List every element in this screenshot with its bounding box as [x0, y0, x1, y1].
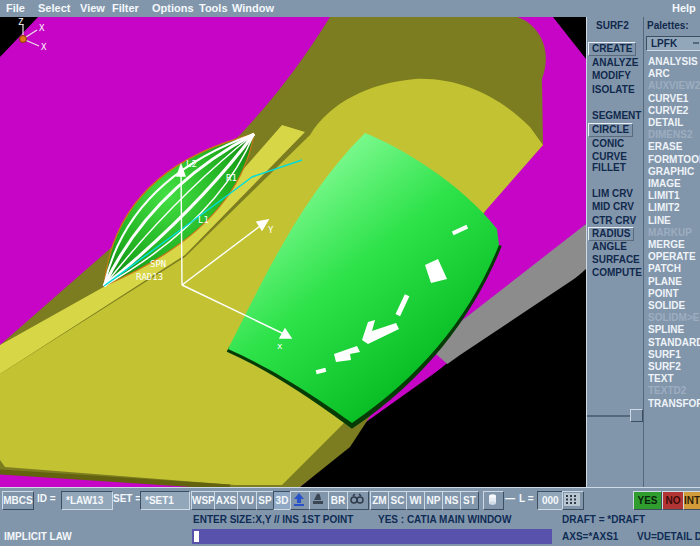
palette-resize-handle[interactable]	[630, 409, 643, 422]
palette-item[interactable]: TRANSFOR	[648, 398, 700, 410]
palette-item[interactable]: TEXT	[648, 373, 700, 385]
palette-item[interactable]: PATCH	[648, 263, 700, 275]
palette-item[interactable]: MARKUP	[648, 227, 700, 239]
palette-item[interactable]: CURVE1	[648, 93, 700, 105]
binoculars-icon[interactable]	[347, 491, 369, 510]
bottom-toolbar: MBCS ID = *LAW13 SET = *SET1 WSP AXS VU …	[0, 487, 700, 514]
surf2-item-angle[interactable]: ANGLE	[592, 241, 627, 253]
palette-item[interactable]: POINT	[648, 288, 700, 300]
label-r1: R1	[226, 173, 237, 183]
palette-item[interactable]: SURF2	[648, 361, 700, 373]
yes-button[interactable]: YES	[633, 491, 662, 510]
surf2-item-ctr-crv[interactable]: CTR CRV	[592, 215, 636, 227]
menu-file[interactable]: File	[6, 2, 25, 14]
mbcs-button[interactable]: MBCS	[2, 491, 34, 510]
label-rad13: RAD13	[136, 272, 163, 282]
no-button[interactable]: NO	[662, 491, 684, 510]
palette-item[interactable]: DIMENS2	[648, 129, 700, 141]
wsp-button[interactable]: WSP	[191, 491, 215, 510]
menu-select[interactable]: Select	[38, 2, 70, 14]
zm-button[interactable]: ZM	[370, 491, 389, 510]
prompt-row: ENTER SIZE:X,Y // INS 1ST POINT YES : CA…	[0, 513, 700, 527]
surf2-item-circle[interactable]: CIRCLE	[588, 123, 633, 137]
palette-item[interactable]: SOLIDE	[648, 300, 700, 312]
sc-button[interactable]: SC	[388, 491, 407, 510]
catia-window: File Select View Filter Options Tools Wi…	[0, 0, 700, 546]
command-row: IMPLICIT LAW AXS=*AXS1 VU=DETAIL D	[0, 527, 700, 546]
np-button[interactable]: NP	[424, 491, 443, 510]
palette-item[interactable]: ARC	[648, 68, 700, 80]
menu-filter[interactable]: Filter	[112, 2, 139, 14]
axis-x-label: x	[277, 341, 283, 351]
palette-list: ANALYSIS ARC AUXVIEW2 CURVE1 CURVE2 DETA…	[648, 56, 700, 410]
br-button[interactable]: BR	[328, 491, 348, 510]
surf2-item-create[interactable]: CREATE	[588, 42, 636, 56]
svg-text:Z: Z	[18, 17, 24, 27]
palette-item[interactable]: STANDARD	[648, 337, 700, 349]
label-l2: L2	[186, 159, 197, 169]
set-field[interactable]: *SET1	[140, 491, 190, 510]
palette-item[interactable]: ANALYSIS	[648, 56, 700, 68]
3d-button[interactable]: 3D	[273, 491, 291, 510]
panel-divider	[643, 17, 644, 487]
prompt-text: ENTER SIZE:X,Y // INS 1ST POINT	[193, 514, 353, 525]
menu-tools[interactable]: Tools	[199, 2, 228, 14]
int-button[interactable]: INT	[683, 491, 700, 510]
set-label: SET =	[113, 493, 141, 504]
command-input[interactable]	[192, 529, 552, 544]
surf2-item-surface[interactable]: SURFACE	[592, 254, 640, 266]
surf2-item-analyze[interactable]: ANALYZE	[592, 57, 638, 69]
surf2-item-segment[interactable]: SEGMENT	[592, 110, 641, 122]
keypad-icon[interactable]	[562, 491, 584, 510]
surf2-item-modify[interactable]: MODIFY	[592, 70, 631, 82]
menu-window[interactable]: Window	[232, 2, 274, 14]
palette-item[interactable]: AUXVIEW2	[648, 80, 700, 92]
palette-item[interactable]: SOLIDM>E	[648, 312, 700, 324]
surf2-item-mid-crv[interactable]: MID CRV	[592, 201, 634, 213]
menu-view[interactable]: View	[80, 2, 105, 14]
palette-item[interactable]: FORMTOOL	[648, 154, 700, 166]
minus-separator: —	[505, 493, 515, 504]
l-label: L =	[519, 493, 534, 504]
palette-item[interactable]: LIMIT2	[648, 202, 700, 214]
ns-button[interactable]: NS	[442, 491, 461, 510]
palette-item[interactable]: OPERATE	[648, 251, 700, 263]
axs-button[interactable]: AXS	[214, 491, 238, 510]
wi-button[interactable]: WI	[406, 491, 425, 510]
side-panel: SURF2 CREATE ANALYZE MODIFY ISOLATE SEGM…	[586, 17, 700, 487]
id-field[interactable]: *LAW13	[61, 491, 113, 510]
surf2-item-compute[interactable]: COMPUTE	[592, 267, 642, 279]
vu-button[interactable]: VU	[237, 491, 257, 510]
surf2-item-lim-crv[interactable]: LIM CRV	[592, 188, 633, 200]
l-field[interactable]: 000	[537, 491, 563, 510]
menu-bar: File Select View Filter Options Tools Wi…	[0, 0, 700, 18]
palette-item[interactable]: LINE	[648, 215, 700, 227]
surf2-item-fillet[interactable]: FILLET	[592, 162, 626, 174]
palette-item[interactable]: DETAIL	[648, 117, 700, 129]
surf2-item-isolate[interactable]: ISOLATE	[592, 84, 635, 96]
palette-item[interactable]: TEXTD2	[648, 385, 700, 397]
st-button[interactable]: ST	[460, 491, 479, 510]
palette-item[interactable]: SURF1	[648, 349, 700, 361]
menu-help[interactable]: Help	[672, 2, 696, 14]
palette-item[interactable]: IMAGE	[648, 178, 700, 190]
dropdown-dash-icon	[693, 42, 699, 44]
palette-selector[interactable]: LPFK	[646, 36, 700, 51]
axs-status: AXS=*AXS1	[562, 531, 618, 542]
surf2-item-radius[interactable]: RADIUS	[588, 227, 634, 241]
cylinder-icon[interactable]	[483, 491, 504, 510]
palette-item[interactable]: SPLINE	[648, 324, 700, 336]
palette-item[interactable]: GRAPHIC	[648, 166, 700, 178]
exit-icon[interactable]	[290, 491, 310, 510]
viewport-canvas[interactable]: Y x L2 R1 L1 SPN RAD13 Z X X	[0, 17, 586, 487]
palette-item[interactable]: CURVE2	[648, 105, 700, 117]
sp-button[interactable]: SP	[256, 491, 274, 510]
menu-options[interactable]: Options	[152, 2, 194, 14]
palette-item[interactable]: ERASE	[648, 141, 700, 153]
palette-item[interactable]: PLANE	[648, 276, 700, 288]
surf2-item-conic[interactable]: CONIC	[592, 138, 624, 150]
palette-item[interactable]: MERGE	[648, 239, 700, 251]
draft-status: DRAFT = *DRAFT	[562, 514, 645, 525]
stamp-icon[interactable]	[309, 491, 329, 510]
palette-item[interactable]: LIMIT1	[648, 190, 700, 202]
